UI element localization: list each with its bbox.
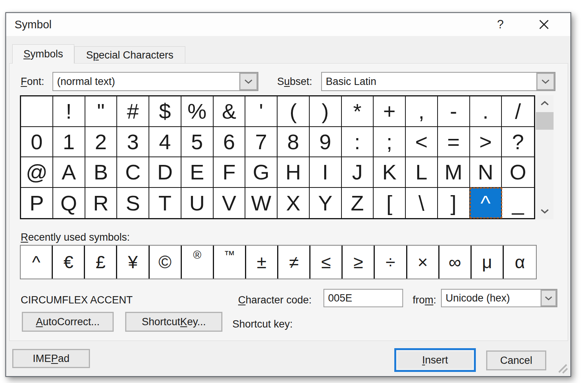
symbol-cell[interactable]: C	[117, 157, 149, 188]
close-button[interactable]	[535, 13, 553, 36]
symbol-cell[interactable]: 3	[117, 127, 149, 158]
symbol-cell[interactable]: *	[342, 96, 374, 127]
symbol-cell[interactable]: D	[149, 157, 181, 188]
symbol-cell[interactable]: $	[149, 96, 181, 127]
symbol-cell[interactable]: ^	[470, 188, 502, 218]
recent-symbol-cell[interactable]: μ	[472, 246, 504, 279]
symbol-cell[interactable]: %	[181, 96, 214, 127]
cancel-button[interactable]: Cancel	[486, 350, 546, 370]
symbol-cell[interactable]: )	[310, 96, 342, 127]
resize-grip[interactable]	[555, 361, 568, 374]
symbol-cell[interactable]: G	[245, 157, 278, 188]
symbol-cell[interactable]: ?	[502, 127, 534, 158]
recent-symbol-cell[interactable]: ≥	[343, 246, 375, 279]
symbol-cell[interactable]: 8	[278, 127, 310, 158]
recent-symbol-cell[interactable]: €	[53, 246, 85, 279]
symbol-cell[interactable]: X	[278, 188, 310, 218]
symbol-cell[interactable]: ;	[374, 127, 406, 158]
symbol-cell[interactable]: S	[117, 188, 149, 218]
autocorrect-button[interactable]: AutoCorrect...	[22, 312, 114, 332]
symbol-cell[interactable]: L	[406, 157, 438, 188]
tab-special-characters[interactable]: Special Characters	[74, 46, 185, 64]
symbol-cell[interactable]: '	[245, 96, 278, 127]
symbol-cell[interactable]	[21, 96, 53, 127]
subset-dropdown-button[interactable]	[536, 73, 555, 90]
recent-symbol-cell[interactable]: ×	[407, 246, 439, 279]
symbol-cell[interactable]: -	[438, 96, 470, 127]
symbol-cell[interactable]: P	[21, 188, 53, 218]
symbol-cell[interactable]: =	[438, 127, 470, 158]
symbol-cell[interactable]: >	[470, 127, 502, 158]
recent-symbol-cell[interactable]: ÷	[375, 246, 407, 279]
ime-pad-button[interactable]: IME Pad	[12, 349, 90, 368]
scrollbar-thumb[interactable]	[536, 112, 554, 130]
recent-symbol-cell[interactable]: £	[85, 246, 117, 279]
symbol-cell[interactable]: (	[278, 96, 310, 127]
character-code-input[interactable]	[323, 289, 403, 307]
symbol-cell[interactable]: 5	[181, 127, 214, 158]
symbol-cell[interactable]: <	[406, 127, 438, 158]
recent-symbol-cell[interactable]: ≤	[310, 246, 343, 279]
scrollbar-up-button[interactable]	[536, 95, 554, 111]
symbol-cell[interactable]: T	[149, 188, 181, 218]
symbol-cell[interactable]: 0	[21, 127, 53, 158]
recent-symbol-cell[interactable]: ±	[246, 246, 278, 279]
symbol-cell[interactable]: _	[502, 188, 534, 218]
symbol-cell[interactable]: #	[117, 96, 149, 127]
symbol-cell[interactable]: 4	[149, 127, 181, 158]
from-combobox[interactable]: Unicode (hex)	[441, 289, 557, 307]
font-dropdown-button[interactable]	[239, 73, 258, 90]
recent-symbol-cell[interactable]: ¥	[117, 246, 149, 279]
symbol-cell[interactable]: N	[470, 157, 502, 188]
recent-symbol-cell[interactable]: ∞	[439, 246, 472, 279]
symbol-cell[interactable]: Z	[342, 188, 374, 218]
symbol-cell[interactable]: "	[85, 96, 118, 127]
from-dropdown-button[interactable]	[541, 290, 557, 306]
shortcut-key-button[interactable]: Shortcut Key...	[125, 312, 222, 332]
symbol-cell[interactable]: B	[85, 157, 118, 188]
symbol-cell[interactable]: Y	[310, 188, 342, 218]
symbol-cell[interactable]: Q	[53, 188, 85, 218]
symbol-cell[interactable]: ]	[438, 188, 470, 218]
symbol-cell[interactable]: U	[181, 188, 214, 218]
font-combobox[interactable]: (normal text)	[52, 72, 258, 91]
symbol-cell[interactable]: F	[214, 157, 246, 188]
symbol-cell[interactable]: J	[342, 157, 374, 188]
recent-symbol-cell[interactable]: α	[504, 246, 536, 279]
recent-symbol-cell[interactable]: ®	[182, 246, 214, 279]
recent-symbol-cell[interactable]: ™	[214, 246, 246, 279]
subset-combobox[interactable]: Basic Latin	[321, 72, 555, 91]
symbol-cell[interactable]: A	[53, 157, 85, 188]
symbol-cell[interactable]: +	[374, 96, 406, 127]
symbol-cell[interactable]: E	[181, 157, 214, 188]
symbol-cell[interactable]: W	[245, 188, 278, 218]
symbol-cell[interactable]: 7	[245, 127, 278, 158]
symbol-cell[interactable]: 9	[310, 127, 342, 158]
symbol-cell[interactable]: O	[502, 157, 534, 188]
recent-symbol-cell[interactable]: ^	[21, 246, 53, 279]
symbol-cell[interactable]: 2	[85, 127, 118, 158]
symbol-cell[interactable]: .	[470, 96, 502, 127]
symbol-cell[interactable]: 6	[214, 127, 246, 158]
symbol-cell[interactable]: &	[214, 96, 246, 127]
tab-symbols[interactable]: Symbols	[12, 44, 74, 64]
symbol-cell[interactable]: /	[502, 96, 534, 127]
recent-symbol-cell[interactable]: ©	[150, 246, 182, 279]
symbol-cell[interactable]: V	[214, 188, 246, 218]
symbol-cell[interactable]: ,	[406, 96, 438, 127]
symbol-cell[interactable]: :	[342, 127, 374, 158]
symbol-cell[interactable]: R	[85, 188, 118, 218]
symbol-cell[interactable]: K	[374, 157, 406, 188]
symbol-cell[interactable]: M	[438, 157, 470, 188]
symbol-cell[interactable]: H	[278, 157, 310, 188]
symbol-grid-scrollbar[interactable]	[536, 95, 554, 219]
insert-button[interactable]: Insert	[394, 348, 476, 372]
symbol-cell[interactable]: [	[374, 188, 406, 218]
symbol-cell[interactable]: @	[21, 157, 53, 188]
symbol-cell[interactable]: \	[406, 188, 438, 218]
symbol-cell[interactable]: I	[310, 157, 342, 188]
help-button[interactable]: ?	[492, 13, 509, 36]
scrollbar-down-button[interactable]	[536, 203, 554, 219]
symbol-cell[interactable]: 1	[53, 127, 85, 158]
recent-symbol-cell[interactable]: ≠	[278, 246, 310, 279]
